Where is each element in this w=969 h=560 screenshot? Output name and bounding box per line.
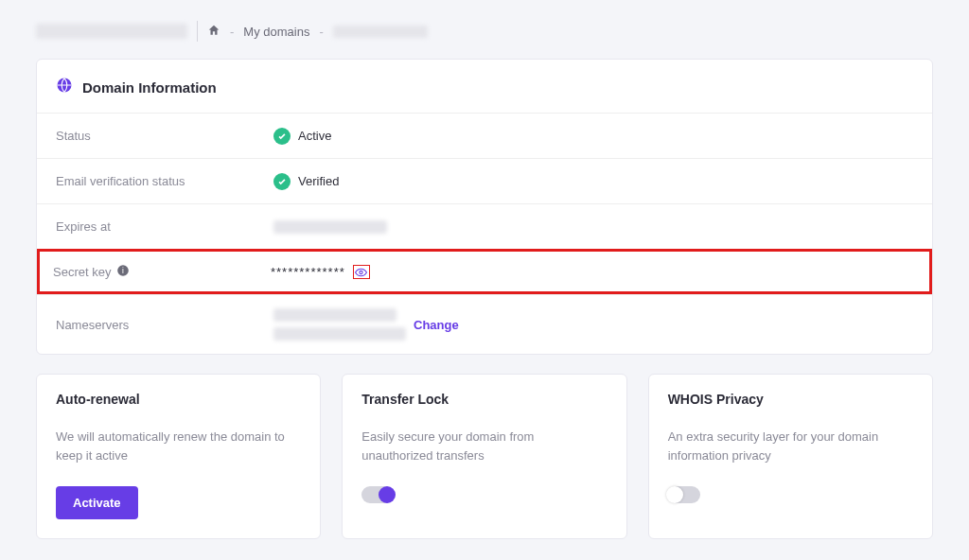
cards-row: Auto-renewal We will automatically renew… — [36, 374, 933, 539]
secret-label: Secret key — [53, 265, 111, 279]
row-expires: Expires at — [37, 203, 932, 249]
email-label: Email verification status — [56, 174, 273, 188]
globe-icon — [56, 77, 73, 97]
row-email: Email verification status Verified — [37, 158, 932, 203]
check-icon — [273, 128, 291, 145]
card-transfer-lock: Transfer Lock Easily secure your domain … — [342, 374, 626, 539]
whois-privacy-toggle[interactable] — [668, 486, 700, 503]
row-status: Status Active — [37, 113, 932, 158]
change-nameservers-link[interactable]: Change — [414, 318, 459, 332]
card-title: WHOIS Privacy — [668, 392, 913, 407]
svg-point-3 — [360, 271, 362, 273]
card-desc: Easily secure your domain from unauthori… — [361, 428, 607, 465]
card-title: Auto-renewal — [56, 392, 301, 407]
breadcrumb-divider — [197, 21, 198, 42]
ns-label: Nameservers — [56, 318, 273, 332]
crumb-sep: - — [230, 25, 234, 39]
row-secret-key: Secret key i ************* — [37, 249, 932, 294]
check-icon — [273, 173, 291, 190]
page-title-redacted — [36, 24, 187, 39]
info-icon[interactable]: i — [116, 264, 130, 280]
domain-info-panel: Domain Information Status Active Email v… — [36, 59, 933, 355]
svg-text:i: i — [123, 267, 125, 275]
card-auto-renewal: Auto-renewal We will automatically renew… — [36, 374, 321, 539]
ns2-redacted — [273, 327, 406, 341]
crumb-sep: - — [319, 25, 323, 39]
card-desc: An extra security layer for your domain … — [668, 428, 913, 465]
panel-header: Domain Information — [37, 60, 932, 113]
email-value: Verified — [298, 174, 339, 188]
toggle-knob — [666, 486, 683, 503]
expires-value-redacted — [273, 220, 387, 234]
activate-button[interactable]: Activate — [56, 486, 138, 519]
ns1-redacted — [273, 308, 396, 322]
expires-label: Expires at — [56, 219, 273, 234]
reveal-secret-button[interactable] — [353, 265, 370, 279]
secret-value: ************* — [271, 265, 345, 279]
row-nameservers: Nameservers Change — [37, 294, 932, 354]
toggle-knob — [379, 486, 396, 503]
status-value: Active — [298, 129, 331, 143]
home-icon[interactable] — [207, 24, 220, 40]
card-desc: We will automatically renew the domain t… — [56, 428, 301, 465]
breadcrumb-my-domains[interactable]: My domains — [243, 25, 309, 39]
card-title: Transfer Lock — [361, 392, 607, 407]
transfer-lock-toggle[interactable] — [361, 486, 394, 503]
breadcrumb: - My domains - — [36, 21, 933, 42]
breadcrumb-domain-redacted — [333, 26, 428, 38]
card-whois-privacy: WHOIS Privacy An extra security layer fo… — [648, 374, 933, 539]
status-label: Status — [56, 129, 273, 143]
panel-title: Domain Information — [82, 79, 217, 96]
